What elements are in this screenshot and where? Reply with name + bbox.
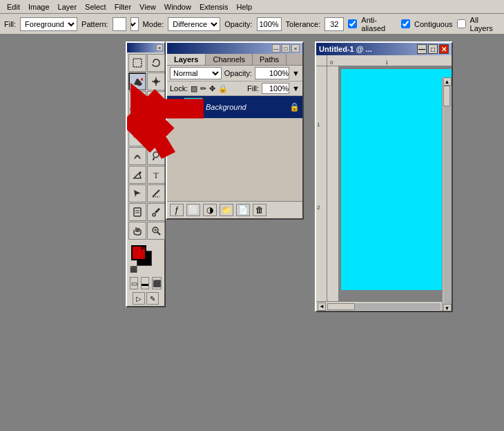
toolbox-close-button[interactable]: × <box>156 44 163 51</box>
lasso-tool[interactable] <box>147 54 165 72</box>
blur-tool[interactable] <box>128 147 146 165</box>
stamp-tool[interactable] <box>128 128 146 146</box>
layers-list: 👁 Background 🔒 <box>167 96 302 201</box>
zoom-tool[interactable] <box>147 222 165 240</box>
crop-tool[interactable] <box>128 91 146 109</box>
toolbox-actions: ▷ ✎ <box>127 291 164 306</box>
eraser-tool[interactable] <box>147 110 165 128</box>
tab-channels[interactable]: Channels <box>206 54 252 65</box>
svg-line-18 <box>153 190 159 197</box>
dodge-tool[interactable] <box>147 147 165 165</box>
paintbucket-tool[interactable] <box>128 73 146 90</box>
svg-text:T: T <box>153 170 159 180</box>
layer-group-button[interactable]: 📁 <box>220 204 233 216</box>
fill-select[interactable]: Foreground <box>20 17 77 31</box>
scroll-thumb-v[interactable] <box>443 86 450 106</box>
layer-mask-button[interactable]: ⬜ <box>186 204 200 216</box>
opacity-input[interactable] <box>257 17 282 31</box>
edit-tool-button[interactable]: ✎ <box>146 292 159 305</box>
panel-maximize-button[interactable]: □ <box>282 44 290 52</box>
shape-tool[interactable] <box>147 184 165 202</box>
menu-layer[interactable]: Layer <box>54 1 81 12</box>
canvas-minimize-button[interactable]: — <box>417 44 427 54</box>
lock-brush-icon[interactable]: ✏ <box>200 84 206 93</box>
all-layers-checkbox[interactable] <box>457 19 466 28</box>
ruler-vmark-2: 2 <box>317 204 320 211</box>
layers-panel-titlebar[interactable]: — □ × <box>167 43 302 54</box>
marquee-tool[interactable] <box>128 54 146 72</box>
canvas-maximize-button[interactable]: □ <box>428 44 438 54</box>
menu-window[interactable]: Window <box>160 1 195 12</box>
menu-edit[interactable]: Edit <box>3 1 24 12</box>
adjustment-layer-button[interactable]: ◑ <box>203 204 217 216</box>
layer-style-button[interactable]: ƒ <box>170 204 184 216</box>
menu-extensis[interactable]: Extensis <box>195 1 233 12</box>
scroll-thumb-h[interactable] <box>327 303 355 310</box>
brush-tool[interactable] <box>128 110 146 128</box>
blend-mode-select[interactable]: Normal <box>170 67 222 79</box>
menu-help[interactable]: Help <box>232 1 256 12</box>
panel-close-button[interactable]: × <box>291 44 300 52</box>
swap-colors-icon[interactable]: ⇄ <box>141 244 146 251</box>
blend-mode-row: Normal Opacity: ▼ <box>167 66 302 82</box>
slice-tool[interactable] <box>147 91 165 109</box>
svg-point-10 <box>134 121 137 124</box>
scroll-up-button[interactable]: ▲ <box>443 77 452 86</box>
layer-visibility-icon[interactable]: 👁 <box>170 102 181 113</box>
ruler-mark-0: 0 <box>330 59 333 66</box>
opacity-arrow-icon[interactable]: ▼ <box>292 69 300 77</box>
scroll-left-button[interactable]: ◄ <box>318 303 326 311</box>
scroll-track-v[interactable] <box>443 86 452 304</box>
canvas-window-buttons: — □ ✕ <box>417 44 449 54</box>
history-brush-tool[interactable] <box>147 128 165 146</box>
canvas-area[interactable] <box>338 66 452 301</box>
opacity-label: Opacity: <box>224 69 252 77</box>
toolbox-header[interactable]: × <box>127 43 164 52</box>
new-layer-button[interactable]: 📄 <box>236 204 250 216</box>
eyedropper-tool[interactable] <box>147 203 165 221</box>
path-selection-tool[interactable] <box>128 184 146 202</box>
scroll-down-button[interactable]: ▼ <box>443 304 452 311</box>
table-row[interactable]: 👁 Background 🔒 <box>167 96 302 118</box>
tab-layers[interactable]: Layers <box>167 54 206 65</box>
lock-move-icon[interactable]: ✥ <box>209 84 215 93</box>
fill-arrow-icon[interactable]: ▼ <box>292 84 300 93</box>
magic-wand-tool[interactable] <box>147 73 165 90</box>
menu-filter[interactable]: Filter <box>110 1 135 12</box>
reset-colors-icon[interactable]: ⬛ <box>130 266 137 273</box>
vertical-scrollbar[interactable]: ▲ ▼ <box>442 77 452 311</box>
menu-image[interactable]: Image <box>24 1 54 12</box>
delete-layer-button[interactable]: 🗑 <box>253 204 266 216</box>
layer-name[interactable]: Background <box>206 103 246 111</box>
canvas-close-button[interactable]: ✕ <box>439 44 449 54</box>
tolerance-input[interactable] <box>324 17 344 31</box>
horizontal-scrollbar[interactable]: ◄ ► <box>316 301 452 311</box>
jump-to-imageready-button[interactable]: ▷ <box>133 292 145 305</box>
panel-minimize-button[interactable]: — <box>272 44 280 52</box>
standard-mode-button[interactable]: ▭ <box>130 277 138 289</box>
canvas-titlebar[interactable]: Untitled-1 @ ... — □ ✕ <box>316 43 452 55</box>
pen-tool[interactable] <box>128 166 146 184</box>
lock-transparency-icon[interactable]: ▨ <box>191 84 197 93</box>
lock-all-icon[interactable]: 🔒 <box>218 84 228 93</box>
contiguous-label: Contiguous <box>414 20 453 28</box>
mode-select[interactable]: Difference <box>168 17 220 31</box>
canvas-inner: 0 1 1 2 ▲ ▼ <box>316 55 452 311</box>
menu-select[interactable]: Select <box>81 1 110 12</box>
hand-tool[interactable] <box>128 222 146 240</box>
fill-value-input[interactable] <box>262 83 289 94</box>
menu-view[interactable]: View <box>135 1 160 12</box>
pattern-preview[interactable] <box>113 17 126 31</box>
anti-aliased-checkbox[interactable] <box>348 19 357 28</box>
opacity-value-input[interactable] <box>255 67 289 79</box>
ruler-vertical: 1 2 <box>316 66 327 301</box>
pattern-select[interactable] <box>130 17 139 31</box>
svg-line-8 <box>152 96 160 104</box>
fullscreen-mode-button[interactable]: ▬ <box>141 277 149 289</box>
tab-paths[interactable]: Paths <box>253 54 287 65</box>
type-tool[interactable]: T <box>147 166 165 184</box>
notes-tool[interactable] <box>128 203 146 221</box>
contiguous-checkbox[interactable] <box>401 19 410 28</box>
fullscreen-no-menu-button[interactable]: ⬛ <box>152 277 162 289</box>
scroll-track-h[interactable] <box>327 303 440 310</box>
